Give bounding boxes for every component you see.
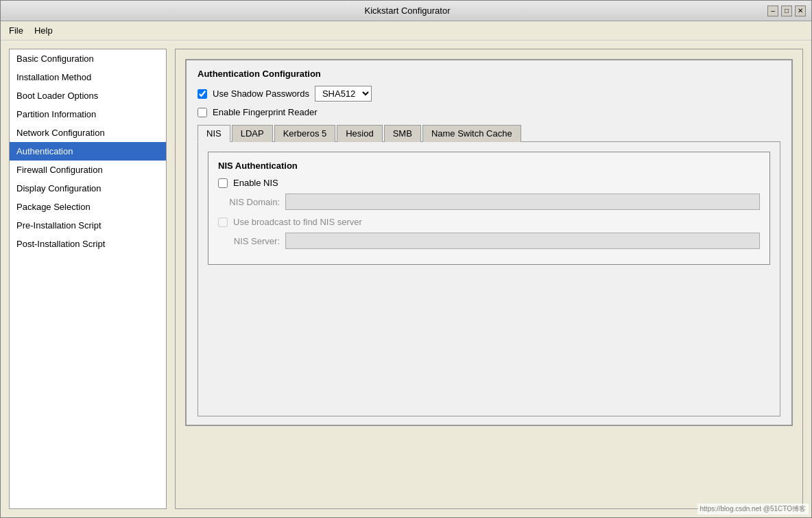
menubar: File Help bbox=[1, 21, 811, 40]
shadow-passwords-label: Use Shadow Passwords bbox=[213, 89, 309, 99]
window-title: Kickstart Configurator bbox=[47, 5, 767, 16]
tab-kerberos5[interactable]: Kerberos 5 bbox=[274, 125, 336, 142]
auth-tabs-container: NIS LDAP Kerberos 5 Hesiod SMB Name Swit… bbox=[198, 124, 780, 416]
shadow-passwords-row: Use Shadow Passwords SHA512 MD5 SHA256 S… bbox=[198, 86, 780, 102]
sidebar-item-boot-loader-options[interactable]: Boot Loader Options bbox=[10, 86, 166, 105]
use-broadcast-checkbox[interactable] bbox=[218, 217, 228, 227]
sidebar-item-basic-configuration[interactable]: Basic Configuration bbox=[10, 49, 166, 68]
menu-file[interactable]: File bbox=[3, 23, 29, 38]
tab-ldap[interactable]: LDAP bbox=[232, 125, 273, 142]
close-button[interactable]: ✕ bbox=[795, 5, 806, 16]
window-controls: – □ ✕ bbox=[767, 5, 806, 16]
sidebar-item-firewall-configuration[interactable]: Firewall Configuration bbox=[10, 161, 166, 179]
sidebar-item-authentication[interactable]: Authentication bbox=[10, 142, 166, 161]
sidebar-item-post-installation-script[interactable]: Post-Installation Script bbox=[10, 235, 166, 253]
sha-dropdown[interactable]: SHA512 MD5 SHA256 SHA1 bbox=[315, 86, 372, 102]
tab-name-switch-cache[interactable]: Name Switch Cache bbox=[422, 125, 521, 142]
shadow-passwords-checkbox[interactable] bbox=[198, 89, 207, 99]
maximize-button[interactable]: □ bbox=[781, 5, 792, 16]
use-broadcast-label: Use broadcast to find NIS server bbox=[233, 217, 362, 227]
sidebar-item-partition-information[interactable]: Partition Information bbox=[10, 105, 166, 123]
tab-nis[interactable]: NIS bbox=[198, 125, 230, 142]
tab-hesiod[interactable]: Hesiod bbox=[337, 125, 382, 142]
title-bar: Kickstart Configurator – □ ✕ bbox=[1, 1, 811, 21]
sidebar-item-installation-method[interactable]: Installation Method bbox=[10, 68, 166, 86]
tabs-header: NIS LDAP Kerberos 5 Hesiod SMB Name Swit… bbox=[198, 124, 780, 142]
tab-content-nis: NIS Authentication Enable NIS NIS Domain… bbox=[198, 142, 780, 416]
nis-domain-label: NIS Domain: bbox=[218, 197, 280, 207]
menu-help[interactable]: Help bbox=[29, 23, 58, 38]
minimize-button[interactable]: – bbox=[767, 5, 778, 16]
main-panel: Authentication Configuration Use Shadow … bbox=[175, 49, 803, 509]
sidebar-item-display-configuration[interactable]: Display Configuration bbox=[10, 179, 166, 198]
auth-config-title: Authentication Configuration bbox=[198, 69, 780, 79]
enable-nis-row: Enable NIS bbox=[218, 178, 760, 188]
watermark: https://blog.csdn.net @51CTO博客 bbox=[697, 504, 809, 515]
authentication-configuration-box: Authentication Configuration Use Shadow … bbox=[185, 59, 793, 426]
nis-group-title: NIS Authentication bbox=[218, 161, 760, 171]
main-window: Kickstart Configurator – □ ✕ File Help B… bbox=[0, 0, 812, 518]
sidebar: Basic Configuration Installation Method … bbox=[9, 49, 167, 509]
tab-smb[interactable]: SMB bbox=[384, 125, 421, 142]
fingerprint-row: Enable Fingerprint Reader bbox=[198, 107, 780, 117]
sidebar-item-pre-installation-script[interactable]: Pre-Installation Script bbox=[10, 216, 166, 235]
sidebar-item-network-configuration[interactable]: Network Configuration bbox=[10, 123, 166, 142]
fingerprint-checkbox[interactable] bbox=[198, 108, 207, 117]
use-broadcast-row: Use broadcast to find NIS server bbox=[218, 217, 760, 227]
nis-domain-row: NIS Domain: bbox=[218, 193, 760, 210]
content-area: Basic Configuration Installation Method … bbox=[1, 40, 811, 517]
nis-server-label: NIS Server: bbox=[218, 236, 280, 246]
enable-nis-checkbox[interactable] bbox=[218, 178, 228, 188]
sidebar-item-package-selection[interactable]: Package Selection bbox=[10, 198, 166, 216]
nis-authentication-group: NIS Authentication Enable NIS NIS Domain… bbox=[208, 152, 770, 265]
enable-nis-label: Enable NIS bbox=[233, 178, 278, 188]
fingerprint-label: Enable Fingerprint Reader bbox=[213, 107, 317, 117]
nis-server-input[interactable] bbox=[285, 233, 760, 249]
nis-server-row: NIS Server: bbox=[218, 233, 760, 249]
nis-domain-input[interactable] bbox=[285, 193, 760, 210]
